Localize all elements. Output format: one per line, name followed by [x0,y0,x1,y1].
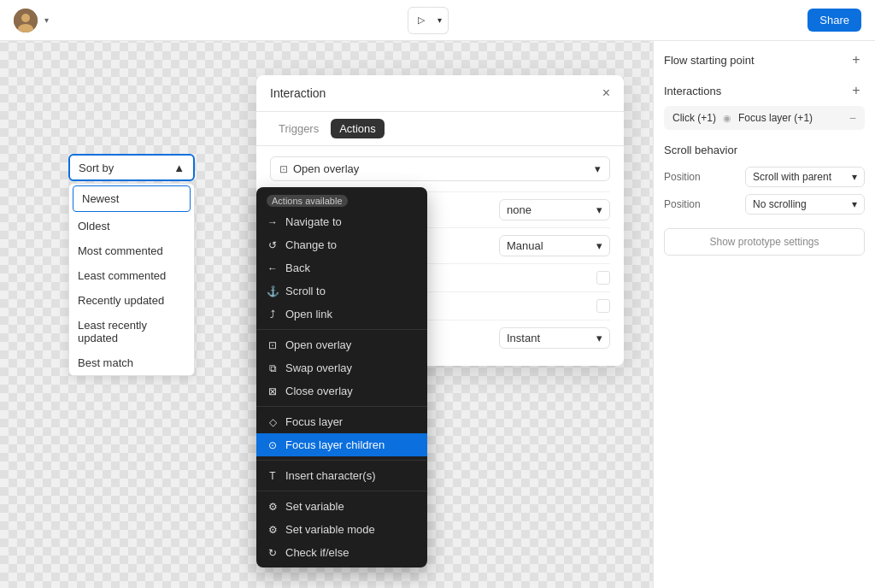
no-scrolling-select[interactable]: No scrolling ▾ [745,194,865,215]
actions-available-container: Actions available [256,191,427,210]
action-close-overlay[interactable]: ⊠ Close overlay [256,379,427,403]
right-panel: Design Data Prototype 100% ▾ Flow starti… [653,0,875,588]
action-scroll-to[interactable]: ⚓ Scroll to [256,279,427,303]
modal-tabs: Triggers Actions [256,112,624,146]
topbar: ▾ ▷ ▾ Share [0,0,875,41]
sort-item-most-commented[interactable]: Most commented [69,238,194,263]
play-chevron-icon[interactable]: ▾ [432,7,449,34]
topbar-left: ▾ [14,9,49,32]
scroll-chevron-icon-2: ▾ [852,198,857,210]
action-select-value: Open overlay [293,162,359,175]
sort-item-least-recently-updated[interactable]: Least recently updated [69,313,194,350]
actions-divider-4 [256,491,427,491]
background-checkbox[interactable] [596,299,610,313]
action-insert-characters-label: Insert character(s) [285,469,375,482]
action-insert-characters[interactable]: T Insert character(s) [256,464,427,487]
action-select-chevron-icon: ▾ [595,162,601,175]
modal-tab-triggers[interactable]: Triggers [270,119,327,138]
actions-divider-1 [256,329,427,330]
action-type-select[interactable]: ⊡ Open overlay ▾ [270,156,610,181]
scroll-to-icon: ⚓ [267,285,279,297]
modal-body: ⊡ Open overlay ▾ Overlay none ▾ Position… [256,146,624,366]
action-navigate-to[interactable]: → Navigate to [256,210,427,233]
no-scrolling-value: No scrolling [753,198,807,210]
sort-item-oldest[interactable]: Oldest [69,214,194,238]
action-back[interactable]: ← Back [256,256,427,279]
modal-tab-actions[interactable]: Actions [331,119,385,138]
scroll-row-1: Position Scroll with parent ▾ [664,167,865,187]
interactions-title: Interactions [664,85,721,97]
scroll-chevron-icon-1: ▾ [852,171,857,183]
sort-by-trigger[interactable]: Sort by ▲ [68,154,195,181]
action-focus-layer-children[interactable]: ⊙ Focus layer children [256,433,427,456]
action-back-label: Back [285,262,310,274]
avatar[interactable] [14,9,38,32]
action-change-to-label: Change to [285,238,337,251]
interactions-section: Interactions + Click (+1) ◉ Focus layer … [664,82,865,130]
action-scroll-to-label: Scroll to [285,285,326,297]
back-icon: ← [267,262,279,274]
sort-item-best-match[interactable]: Best match [69,350,194,375]
action-set-variable-label: Set variable [285,500,344,513]
sort-item-recently-updated[interactable]: Recently updated [69,288,194,313]
set-variable-icon: ⚙ [267,501,279,513]
action-open-link[interactable]: ⤴ Open link [256,303,427,326]
change-to-icon: ↺ [267,239,279,251]
sort-item-newest[interactable]: Newest [73,185,191,212]
sort-item-least-commented[interactable]: Least commented [69,263,194,288]
position-value-select[interactable]: Manual ▾ [499,235,610,256]
overlay-value: none [507,203,531,216]
action-close-overlay-label: Close overlay [285,385,353,397]
show-prototype-settings-button[interactable]: Show prototype settings [664,228,865,256]
open-link-icon: ⤴ [267,309,279,320]
action-focus-layer[interactable]: ◇ Focus layer [256,410,427,433]
overlay-value-select[interactable]: none ▾ [499,199,610,220]
interaction-pill[interactable]: Click (+1) ◉ Focus layer (+1) − [664,106,865,130]
interaction-remove-button[interactable]: − [849,111,856,125]
position-chevron-icon: ▾ [596,239,602,252]
interaction-separator-icon: ◉ [723,113,731,124]
position-value: Manual [507,239,543,252]
action-navigate-to-label: Navigate to [285,215,342,228]
sort-by-label: Sort by [79,162,114,174]
action-set-variable-mode-label: Set variable mode [285,523,375,536]
animation-chevron-icon: ▾ [596,332,602,344]
navigate-icon: → [267,216,279,228]
action-set-variable-mode[interactable]: ⚙ Set variable mode [256,518,427,541]
modal-title: Interaction [270,86,326,100]
action-check-if-else[interactable]: ↻ Check if/else [256,541,427,564]
close-when-clicking-checkbox[interactable] [596,271,610,285]
scroll-with-parent-value: Scroll with parent [753,171,831,183]
interaction-trigger: Click (+1) [672,112,716,124]
modal-close-button[interactable]: × [602,85,610,101]
action-change-to[interactable]: ↺ Change to [256,233,427,256]
overlay-chevron-icon: ▾ [596,203,602,216]
set-variable-mode-icon: ⚙ [267,524,279,536]
interaction-action: Focus layer (+1) [738,112,813,124]
topbar-center: ▷ ▾ [408,7,449,34]
animation-value-select[interactable]: Instant ▾ [499,327,610,349]
interaction-modal: Interaction × Triggers Actions ⊡ Open ov… [256,75,624,366]
flow-title: Flow starting point [664,54,755,67]
scroll-position-label-1: Position [664,171,701,183]
interactions-add-button[interactable]: + [848,82,865,99]
scroll-row-2: Position No scrolling ▾ [664,194,865,215]
action-row: ⊡ Open overlay ▾ [270,156,610,181]
actions-divider-3 [256,460,427,461]
actions-dropdown: Actions available → Navigate to ↺ Change… [256,187,427,567]
flow-section: Flow starting point + [664,51,865,68]
flow-header: Flow starting point + [664,51,865,68]
action-check-if-else-label: Check if/else [285,546,349,559]
scroll-position-label-2: Position [664,198,701,210]
action-set-variable[interactable]: ⚙ Set variable [256,495,427,518]
action-open-overlay[interactable]: ⊡ Open overlay [256,333,427,356]
flow-add-button[interactable]: + [848,51,865,68]
open-overlay-icon: ⊡ [267,339,279,351]
action-focus-layer-children-label: Focus layer children [285,438,385,451]
actions-divider-2 [256,406,427,407]
check-if-else-icon: ↻ [267,547,279,559]
avatar-chevron-icon[interactable]: ▾ [44,15,49,25]
share-button[interactable]: Share [807,9,861,32]
scroll-with-parent-select[interactable]: Scroll with parent ▾ [745,167,865,187]
action-swap-overlay[interactable]: ⧉ Swap overlay [256,356,427,379]
